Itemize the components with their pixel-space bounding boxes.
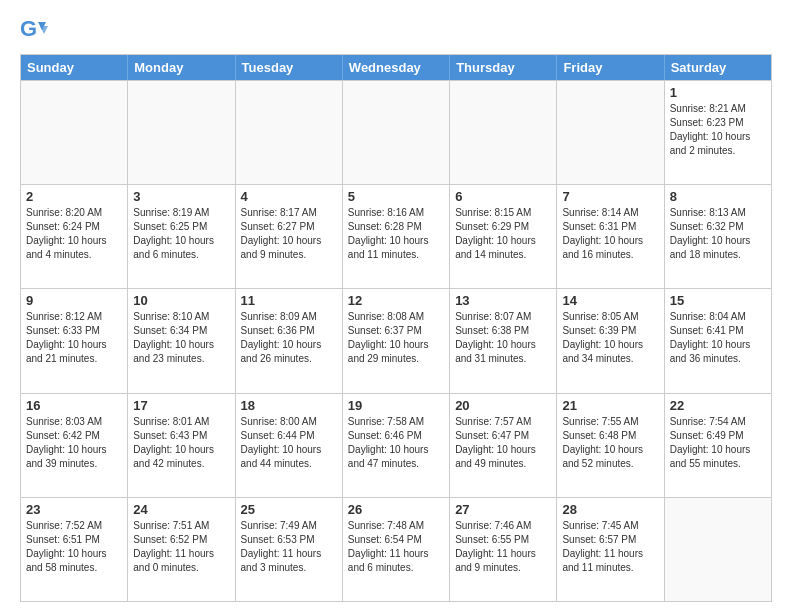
calendar-cell: 19Sunrise: 7:58 AM Sunset: 6:46 PM Dayli… xyxy=(343,394,450,497)
day-number: 9 xyxy=(26,293,122,308)
calendar-cell: 28Sunrise: 7:45 AM Sunset: 6:57 PM Dayli… xyxy=(557,498,664,601)
day-number: 12 xyxy=(348,293,444,308)
day-info: Sunrise: 8:13 AM Sunset: 6:32 PM Dayligh… xyxy=(670,206,766,262)
header-day: Saturday xyxy=(665,55,771,80)
calendar-cell xyxy=(236,81,343,184)
day-info: Sunrise: 7:55 AM Sunset: 6:48 PM Dayligh… xyxy=(562,415,658,471)
day-number: 23 xyxy=(26,502,122,517)
calendar-cell xyxy=(343,81,450,184)
calendar-cell: 9Sunrise: 8:12 AM Sunset: 6:33 PM Daylig… xyxy=(21,289,128,392)
day-info: Sunrise: 8:10 AM Sunset: 6:34 PM Dayligh… xyxy=(133,310,229,366)
day-info: Sunrise: 8:00 AM Sunset: 6:44 PM Dayligh… xyxy=(241,415,337,471)
day-number: 10 xyxy=(133,293,229,308)
day-info: Sunrise: 8:14 AM Sunset: 6:31 PM Dayligh… xyxy=(562,206,658,262)
day-info: Sunrise: 7:49 AM Sunset: 6:53 PM Dayligh… xyxy=(241,519,337,575)
calendar-cell: 16Sunrise: 8:03 AM Sunset: 6:42 PM Dayli… xyxy=(21,394,128,497)
calendar-cell: 18Sunrise: 8:00 AM Sunset: 6:44 PM Dayli… xyxy=(236,394,343,497)
day-number: 18 xyxy=(241,398,337,413)
day-number: 16 xyxy=(26,398,122,413)
calendar-cell: 1Sunrise: 8:21 AM Sunset: 6:23 PM Daylig… xyxy=(665,81,771,184)
calendar-week-row: 1Sunrise: 8:21 AM Sunset: 6:23 PM Daylig… xyxy=(21,80,771,184)
logo: G xyxy=(20,16,52,44)
svg-marker-2 xyxy=(40,26,48,34)
day-info: Sunrise: 8:01 AM Sunset: 6:43 PM Dayligh… xyxy=(133,415,229,471)
calendar-week-row: 9Sunrise: 8:12 AM Sunset: 6:33 PM Daylig… xyxy=(21,288,771,392)
svg-text:G: G xyxy=(20,16,37,41)
day-info: Sunrise: 7:54 AM Sunset: 6:49 PM Dayligh… xyxy=(670,415,766,471)
calendar-cell xyxy=(557,81,664,184)
calendar-cell: 23Sunrise: 7:52 AM Sunset: 6:51 PM Dayli… xyxy=(21,498,128,601)
day-info: Sunrise: 7:58 AM Sunset: 6:46 PM Dayligh… xyxy=(348,415,444,471)
calendar-cell: 25Sunrise: 7:49 AM Sunset: 6:53 PM Dayli… xyxy=(236,498,343,601)
day-number: 11 xyxy=(241,293,337,308)
calendar-cell: 27Sunrise: 7:46 AM Sunset: 6:55 PM Dayli… xyxy=(450,498,557,601)
header-day: Monday xyxy=(128,55,235,80)
calendar-header: SundayMondayTuesdayWednesdayThursdayFrid… xyxy=(21,55,771,80)
calendar-cell: 13Sunrise: 8:07 AM Sunset: 6:38 PM Dayli… xyxy=(450,289,557,392)
day-info: Sunrise: 8:07 AM Sunset: 6:38 PM Dayligh… xyxy=(455,310,551,366)
header-day: Sunday xyxy=(21,55,128,80)
calendar-week-row: 16Sunrise: 8:03 AM Sunset: 6:42 PM Dayli… xyxy=(21,393,771,497)
day-number: 27 xyxy=(455,502,551,517)
day-number: 20 xyxy=(455,398,551,413)
day-number: 24 xyxy=(133,502,229,517)
day-number: 14 xyxy=(562,293,658,308)
day-number: 5 xyxy=(348,189,444,204)
calendar-cell: 6Sunrise: 8:15 AM Sunset: 6:29 PM Daylig… xyxy=(450,185,557,288)
calendar-cell xyxy=(665,498,771,601)
header-day: Wednesday xyxy=(343,55,450,80)
calendar-cell: 8Sunrise: 8:13 AM Sunset: 6:32 PM Daylig… xyxy=(665,185,771,288)
header-day: Tuesday xyxy=(236,55,343,80)
header-day: Thursday xyxy=(450,55,557,80)
calendar-cell: 5Sunrise: 8:16 AM Sunset: 6:28 PM Daylig… xyxy=(343,185,450,288)
day-number: 7 xyxy=(562,189,658,204)
calendar-cell: 7Sunrise: 8:14 AM Sunset: 6:31 PM Daylig… xyxy=(557,185,664,288)
calendar-cell: 14Sunrise: 8:05 AM Sunset: 6:39 PM Dayli… xyxy=(557,289,664,392)
day-number: 26 xyxy=(348,502,444,517)
day-number: 3 xyxy=(133,189,229,204)
day-info: Sunrise: 8:05 AM Sunset: 6:39 PM Dayligh… xyxy=(562,310,658,366)
calendar-cell: 24Sunrise: 7:51 AM Sunset: 6:52 PM Dayli… xyxy=(128,498,235,601)
calendar-cell: 22Sunrise: 7:54 AM Sunset: 6:49 PM Dayli… xyxy=(665,394,771,497)
day-number: 17 xyxy=(133,398,229,413)
day-number: 2 xyxy=(26,189,122,204)
calendar-cell: 17Sunrise: 8:01 AM Sunset: 6:43 PM Dayli… xyxy=(128,394,235,497)
header: G xyxy=(20,16,772,44)
day-info: Sunrise: 8:17 AM Sunset: 6:27 PM Dayligh… xyxy=(241,206,337,262)
day-number: 25 xyxy=(241,502,337,517)
day-info: Sunrise: 7:48 AM Sunset: 6:54 PM Dayligh… xyxy=(348,519,444,575)
day-info: Sunrise: 8:20 AM Sunset: 6:24 PM Dayligh… xyxy=(26,206,122,262)
header-day: Friday xyxy=(557,55,664,80)
day-number: 15 xyxy=(670,293,766,308)
calendar-cell: 10Sunrise: 8:10 AM Sunset: 6:34 PM Dayli… xyxy=(128,289,235,392)
calendar-week-row: 23Sunrise: 7:52 AM Sunset: 6:51 PM Dayli… xyxy=(21,497,771,601)
day-info: Sunrise: 7:45 AM Sunset: 6:57 PM Dayligh… xyxy=(562,519,658,575)
calendar-cell: 3Sunrise: 8:19 AM Sunset: 6:25 PM Daylig… xyxy=(128,185,235,288)
day-info: Sunrise: 8:19 AM Sunset: 6:25 PM Dayligh… xyxy=(133,206,229,262)
calendar-cell: 26Sunrise: 7:48 AM Sunset: 6:54 PM Dayli… xyxy=(343,498,450,601)
day-number: 21 xyxy=(562,398,658,413)
day-info: Sunrise: 8:09 AM Sunset: 6:36 PM Dayligh… xyxy=(241,310,337,366)
calendar-cell: 15Sunrise: 8:04 AM Sunset: 6:41 PM Dayli… xyxy=(665,289,771,392)
day-info: Sunrise: 8:16 AM Sunset: 6:28 PM Dayligh… xyxy=(348,206,444,262)
calendar-cell: 4Sunrise: 8:17 AM Sunset: 6:27 PM Daylig… xyxy=(236,185,343,288)
day-number: 13 xyxy=(455,293,551,308)
day-info: Sunrise: 7:57 AM Sunset: 6:47 PM Dayligh… xyxy=(455,415,551,471)
day-info: Sunrise: 8:08 AM Sunset: 6:37 PM Dayligh… xyxy=(348,310,444,366)
day-info: Sunrise: 8:12 AM Sunset: 6:33 PM Dayligh… xyxy=(26,310,122,366)
day-number: 19 xyxy=(348,398,444,413)
day-number: 8 xyxy=(670,189,766,204)
day-number: 6 xyxy=(455,189,551,204)
day-number: 28 xyxy=(562,502,658,517)
day-number: 22 xyxy=(670,398,766,413)
calendar-body: 1Sunrise: 8:21 AM Sunset: 6:23 PM Daylig… xyxy=(21,80,771,601)
day-info: Sunrise: 8:21 AM Sunset: 6:23 PM Dayligh… xyxy=(670,102,766,158)
calendar-cell: 21Sunrise: 7:55 AM Sunset: 6:48 PM Dayli… xyxy=(557,394,664,497)
calendar-cell: 2Sunrise: 8:20 AM Sunset: 6:24 PM Daylig… xyxy=(21,185,128,288)
calendar-week-row: 2Sunrise: 8:20 AM Sunset: 6:24 PM Daylig… xyxy=(21,184,771,288)
day-info: Sunrise: 7:52 AM Sunset: 6:51 PM Dayligh… xyxy=(26,519,122,575)
day-info: Sunrise: 8:15 AM Sunset: 6:29 PM Dayligh… xyxy=(455,206,551,262)
calendar-cell xyxy=(128,81,235,184)
day-info: Sunrise: 7:46 AM Sunset: 6:55 PM Dayligh… xyxy=(455,519,551,575)
calendar-cell: 12Sunrise: 8:08 AM Sunset: 6:37 PM Dayli… xyxy=(343,289,450,392)
